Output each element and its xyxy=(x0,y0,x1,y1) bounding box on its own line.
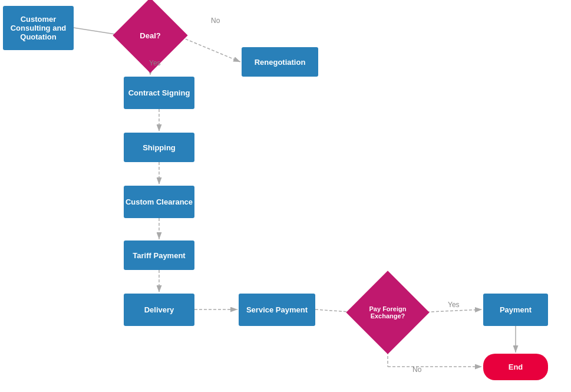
no-foreign-label: No xyxy=(412,365,421,374)
contract-signing-node: Contract Signing xyxy=(124,77,194,109)
delivery-label: Delivery xyxy=(144,305,174,314)
contract-signing-label: Contract Signing xyxy=(128,88,190,97)
svg-line-4 xyxy=(177,35,240,62)
pay-foreign-exchange-label: Pay Foreign Exchange? xyxy=(358,283,417,342)
tariff-payment-node: Tariff Payment xyxy=(124,241,194,270)
yes-foreign-label: Yes xyxy=(448,301,460,309)
end-node: End xyxy=(483,354,548,380)
payment-label: Payment xyxy=(500,305,532,314)
delivery-node: Delivery xyxy=(124,294,194,326)
shipping-node: Shipping xyxy=(124,133,194,162)
no-deal-label: No xyxy=(211,17,220,25)
customer-consulting-node: Customer Consulting and Quotation xyxy=(3,6,74,50)
renegotiation-node: Renegotiation xyxy=(242,47,318,77)
custom-clearance-node: Custom Clearance xyxy=(124,186,194,218)
end-label: End xyxy=(509,363,523,371)
tariff-payment-label: Tariff Payment xyxy=(133,251,185,260)
renegotiation-label: Renegotiation xyxy=(255,58,306,67)
service-payment-node: Service Payment xyxy=(239,294,315,326)
payment-node: Payment xyxy=(483,294,548,326)
customer-consulting-label: Customer Consulting and Quotation xyxy=(3,15,74,41)
deal-label: Deal? xyxy=(124,9,177,62)
yes-deal-label: Yes xyxy=(149,59,161,67)
service-payment-label: Service Payment xyxy=(246,305,308,314)
custom-clearance-label: Custom Clearance xyxy=(126,197,193,206)
shipping-label: Shipping xyxy=(143,143,176,152)
pay-foreign-exchange-node: Pay Foreign Exchange? xyxy=(346,271,429,354)
